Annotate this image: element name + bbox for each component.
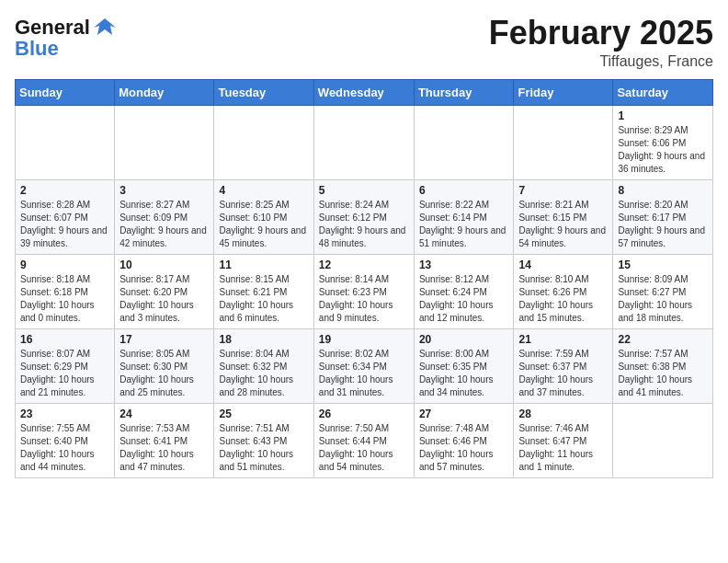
calendar-week-row: 1Sunrise: 8:29 AM Sunset: 6:06 PM Daylig… — [16, 105, 713, 179]
day-number: 24 — [119, 408, 209, 420]
weekday-header-row: SundayMondayTuesdayWednesdayThursdayFrid… — [16, 79, 713, 105]
day-number: 25 — [219, 408, 308, 420]
logo: General Blue — [15, 15, 118, 61]
calendar-cell: 17Sunrise: 8:05 AM Sunset: 6:30 PM Dayli… — [115, 328, 214, 403]
calendar-cell — [514, 105, 613, 179]
day-number: 18 — [219, 333, 308, 346]
day-info: Sunrise: 8:07 AM Sunset: 6:29 PM Dayligh… — [20, 348, 109, 399]
page-header: General Blue February 2025 Tiffauges, Fr… — [15, 15, 713, 70]
day-number: 4 — [219, 184, 308, 197]
calendar-cell: 13Sunrise: 8:12 AM Sunset: 6:24 PM Dayli… — [414, 254, 514, 328]
calendar-cell: 6Sunrise: 8:22 AM Sunset: 6:14 PM Daylig… — [414, 179, 514, 254]
day-info: Sunrise: 8:18 AM Sunset: 6:18 PM Dayligh… — [20, 273, 109, 325]
calendar-cell: 19Sunrise: 8:02 AM Sunset: 6:34 PM Dayli… — [313, 328, 414, 403]
day-number: 22 — [618, 333, 708, 346]
calendar-cell — [313, 105, 414, 179]
calendar-cell: 25Sunrise: 7:51 AM Sunset: 6:43 PM Dayli… — [214, 403, 313, 477]
day-number: 23 — [20, 408, 109, 420]
weekday-header-sunday: Sunday — [16, 79, 115, 105]
day-number: 6 — [419, 184, 509, 197]
day-number: 28 — [518, 408, 608, 420]
day-number: 20 — [419, 333, 509, 346]
weekday-header-wednesday: Wednesday — [313, 79, 414, 105]
calendar-cell: 15Sunrise: 8:09 AM Sunset: 6:27 PM Dayli… — [613, 254, 713, 328]
calendar-cell: 26Sunrise: 7:50 AM Sunset: 6:44 PM Dayli… — [313, 403, 414, 477]
calendar-cell — [16, 105, 115, 179]
weekday-header-thursday: Thursday — [414, 79, 514, 105]
month-year-title: February 2025 — [489, 15, 713, 52]
day-info: Sunrise: 7:59 AM Sunset: 6:37 PM Dayligh… — [518, 348, 608, 399]
day-number: 14 — [518, 259, 608, 271]
calendar-cell: 8Sunrise: 8:20 AM Sunset: 6:17 PM Daylig… — [613, 179, 713, 254]
calendar-cell: 4Sunrise: 8:25 AM Sunset: 6:10 PM Daylig… — [214, 179, 313, 254]
calendar-cell: 7Sunrise: 8:21 AM Sunset: 6:15 PM Daylig… — [514, 179, 613, 254]
day-info: Sunrise: 8:14 AM Sunset: 6:23 PM Dayligh… — [319, 273, 409, 325]
day-number: 8 — [618, 184, 708, 197]
day-info: Sunrise: 8:27 AM Sunset: 6:09 PM Dayligh… — [119, 199, 209, 250]
calendar-cell — [414, 105, 514, 179]
day-info: Sunrise: 8:09 AM Sunset: 6:27 PM Dayligh… — [618, 273, 708, 325]
day-number: 17 — [119, 333, 209, 346]
day-number: 12 — [319, 259, 409, 271]
calendar-cell: 10Sunrise: 8:17 AM Sunset: 6:20 PM Dayli… — [115, 254, 214, 328]
calendar-cell: 3Sunrise: 8:27 AM Sunset: 6:09 PM Daylig… — [115, 179, 214, 254]
day-number: 10 — [119, 259, 209, 271]
calendar-table: SundayMondayTuesdayWednesdayThursdayFrid… — [15, 79, 713, 478]
calendar-cell: 5Sunrise: 8:24 AM Sunset: 6:12 PM Daylig… — [313, 179, 414, 254]
calendar-cell: 28Sunrise: 7:46 AM Sunset: 6:47 PM Dayli… — [514, 403, 613, 477]
day-info: Sunrise: 8:00 AM Sunset: 6:35 PM Dayligh… — [419, 348, 509, 399]
day-info: Sunrise: 7:53 AM Sunset: 6:41 PM Dayligh… — [119, 422, 209, 474]
day-number: 16 — [20, 333, 109, 346]
calendar-cell — [115, 105, 214, 179]
calendar-cell: 14Sunrise: 8:10 AM Sunset: 6:26 PM Dayli… — [514, 254, 613, 328]
day-number: 26 — [319, 408, 409, 420]
day-number: 15 — [618, 259, 708, 271]
day-info: Sunrise: 8:15 AM Sunset: 6:21 PM Dayligh… — [219, 273, 308, 325]
day-info: Sunrise: 8:17 AM Sunset: 6:20 PM Dayligh… — [119, 273, 209, 325]
calendar-week-row: 23Sunrise: 7:55 AM Sunset: 6:40 PM Dayli… — [16, 403, 713, 477]
day-number: 19 — [319, 333, 409, 346]
day-info: Sunrise: 7:50 AM Sunset: 6:44 PM Dayligh… — [319, 422, 409, 474]
day-number: 27 — [419, 408, 509, 420]
day-number: 7 — [518, 184, 608, 197]
location-subtitle: Tiffauges, France — [489, 53, 713, 70]
day-info: Sunrise: 8:22 AM Sunset: 6:14 PM Dayligh… — [419, 199, 509, 250]
calendar-cell: 2Sunrise: 8:28 AM Sunset: 6:07 PM Daylig… — [16, 179, 115, 254]
calendar-cell: 27Sunrise: 7:48 AM Sunset: 6:46 PM Dayli… — [414, 403, 514, 477]
weekday-header-tuesday: Tuesday — [214, 79, 313, 105]
day-info: Sunrise: 8:10 AM Sunset: 6:26 PM Dayligh… — [518, 273, 608, 325]
calendar-cell: 16Sunrise: 8:07 AM Sunset: 6:29 PM Dayli… — [16, 328, 115, 403]
day-number: 3 — [119, 184, 209, 197]
day-info: Sunrise: 8:29 AM Sunset: 6:06 PM Dayligh… — [618, 124, 708, 176]
calendar-cell: 22Sunrise: 7:57 AM Sunset: 6:38 PM Dayli… — [613, 328, 713, 403]
calendar-cell — [613, 403, 713, 477]
day-info: Sunrise: 8:24 AM Sunset: 6:12 PM Dayligh… — [319, 199, 409, 250]
day-info: Sunrise: 8:02 AM Sunset: 6:34 PM Dayligh… — [319, 348, 409, 399]
day-info: Sunrise: 8:25 AM Sunset: 6:10 PM Dayligh… — [219, 199, 308, 250]
calendar-cell — [214, 105, 313, 179]
day-info: Sunrise: 8:05 AM Sunset: 6:30 PM Dayligh… — [119, 348, 209, 399]
calendar-cell: 12Sunrise: 8:14 AM Sunset: 6:23 PM Dayli… — [313, 254, 414, 328]
calendar-week-row: 9Sunrise: 8:18 AM Sunset: 6:18 PM Daylig… — [16, 254, 713, 328]
calendar-cell: 23Sunrise: 7:55 AM Sunset: 6:40 PM Dayli… — [16, 403, 115, 477]
day-info: Sunrise: 7:57 AM Sunset: 6:38 PM Dayligh… — [618, 348, 708, 399]
day-number: 21 — [518, 333, 608, 346]
day-number: 11 — [219, 259, 308, 271]
weekday-header-monday: Monday — [115, 79, 214, 105]
calendar-cell: 24Sunrise: 7:53 AM Sunset: 6:41 PM Dayli… — [115, 403, 214, 477]
day-info: Sunrise: 8:20 AM Sunset: 6:17 PM Dayligh… — [618, 199, 708, 250]
calendar-cell: 11Sunrise: 8:15 AM Sunset: 6:21 PM Dayli… — [214, 254, 313, 328]
day-info: Sunrise: 8:21 AM Sunset: 6:15 PM Dayligh… — [518, 199, 608, 250]
weekday-header-saturday: Saturday — [613, 79, 713, 105]
day-info: Sunrise: 7:46 AM Sunset: 6:47 PM Dayligh… — [518, 422, 608, 474]
calendar-cell: 18Sunrise: 8:04 AM Sunset: 6:32 PM Dayli… — [214, 328, 313, 403]
day-info: Sunrise: 8:12 AM Sunset: 6:24 PM Dayligh… — [419, 273, 509, 325]
calendar-cell: 9Sunrise: 8:18 AM Sunset: 6:18 PM Daylig… — [16, 254, 115, 328]
day-info: Sunrise: 7:48 AM Sunset: 6:46 PM Dayligh… — [419, 422, 509, 474]
svg-marker-0 — [94, 18, 116, 35]
day-info: Sunrise: 7:55 AM Sunset: 6:40 PM Dayligh… — [20, 422, 109, 474]
day-info: Sunrise: 8:28 AM Sunset: 6:07 PM Dayligh… — [20, 199, 109, 250]
day-number: 2 — [20, 184, 109, 197]
day-number: 1 — [618, 109, 708, 122]
calendar-cell: 20Sunrise: 8:00 AM Sunset: 6:35 PM Dayli… — [414, 328, 514, 403]
